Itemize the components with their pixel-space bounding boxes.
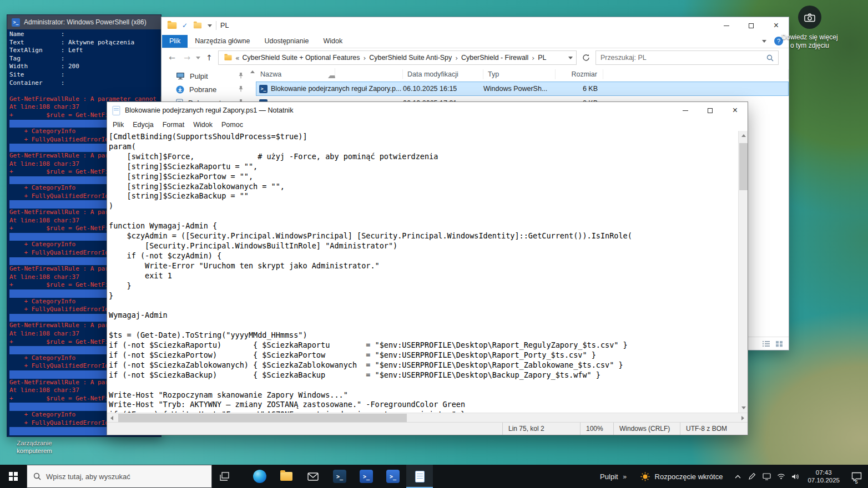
search-icon[interactable] [766,54,774,62]
file-type: Windows PowerSh... [483,85,556,93]
action-center-button[interactable]: 5 [845,472,868,481]
scroll-right-icon[interactable] [738,413,748,423]
taskbar: Wpisz tutaj, aby wyszukać >_ >_ >_ Pulpi… [0,465,868,488]
menu-pomoc[interactable]: Pomoc [217,120,248,130]
news-weather-widget[interactable]: Rozpoczęcie wkrótce [633,472,731,481]
spotlight-caption-line2: o tym zdjęciu [790,42,829,49]
network-tray-icon[interactable] [774,473,788,480]
breadcrumb-overflow[interactable]: « [235,54,240,62]
refresh-button[interactable] [579,54,593,62]
file-size: 6 KB [556,85,603,93]
sort-ascending-icon [328,68,335,78]
column-header-data-modyfikacji[interactable]: Data modyfikacji [403,69,483,79]
display-tray-icon[interactable] [759,473,774,480]
spotlight-widget[interactable]: Dowiedz się więcej o tym zdjęciu [774,6,846,50]
zoom-level: 100% [580,423,613,435]
vertical-scrollbar[interactable] [738,131,748,413]
folder-icon [280,472,292,481]
back-button[interactable]: ← [166,53,178,62]
powershell-window-title: Administrator: Windows PowerShell (x86) [24,18,147,26]
start-button[interactable] [0,465,27,488]
large-icons-view-button[interactable] [774,339,784,348]
scroll-up-icon[interactable] [739,131,748,140]
address-dropdown-chevron-icon[interactable] [568,57,573,59]
breadcrumb-item[interactable]: CyberShield - Firewall [460,54,530,62]
scroll-down-icon[interactable] [739,403,748,413]
taskbar-mail-button[interactable] [300,465,326,488]
breadcrumb-separator-icon: › [455,54,458,62]
minimize-button[interactable] [714,17,739,34]
menu-format[interactable]: Format [158,120,189,130]
sidebar-item-pulpit[interactable]: Pulpit [162,69,249,83]
breadcrumb-item[interactable]: CyberShield Suite Anti-Spy [367,54,453,62]
tab-narzedzia-glowne[interactable]: Narzędzia główne [188,35,257,48]
column-header-rozmiar[interactable]: Rozmiar [556,69,603,79]
recent-locations-chevron-icon[interactable] [196,57,200,59]
pen-tray-icon[interactable] [745,472,759,480]
maximize-button[interactable] [739,17,764,34]
spotlight-caption: Dowiedz się więcej o tym zdjęciu [774,33,846,50]
sidebar-item-pobrane[interactable]: Pobrane [162,83,249,96]
pulpit-toolbar[interactable]: Pulpit » [594,472,633,481]
camera-icon[interactable] [798,6,821,29]
desktop-icon [176,72,185,80]
maximize-button[interactable] [698,102,723,119]
quick-access-customize-chevron-icon[interactable] [208,24,212,27]
notepad-icon [113,106,120,115]
taskbar-notepad-button[interactable] [406,465,433,488]
menu-plik[interactable]: Plik [108,120,128,130]
taskbar-powershell-button-1[interactable]: >_ [326,465,353,488]
tab-plik[interactable]: Plik [162,35,188,48]
search-placeholder-text: Przeszukaj: PL [600,54,647,62]
up-button[interactable]: ↑ [203,53,215,62]
explorer-search-input[interactable]: Przeszukaj: PL [596,50,779,65]
file-list-header: Nazwa Data modyfikacji Typ Rozmiar [256,67,789,82]
menu-widok[interactable]: Widok [189,120,217,130]
taskbar-search-input[interactable]: Wpisz tutaj, aby wyszukać [27,465,212,488]
breadcrumb-item-current[interactable]: PL [536,54,548,62]
horizontal-scrollbar-thumb[interactable] [118,414,407,422]
quick-access-new-folder-icon[interactable] [194,23,201,28]
powershell-titlebar[interactable]: >_ Administrator: Windows PowerShell (x8… [7,15,161,29]
sidebar-item-label: Pulpit [190,72,208,80]
shortcut-label-line2: komputerem [17,448,52,454]
expand-ribbon-chevron-icon[interactable] [762,40,766,43]
breadcrumb-item[interactable]: CyberShield Suite + Optional Features [241,54,362,62]
vertical-scrollbar-thumb[interactable] [739,143,748,190]
menu-edycja[interactable]: Edycja [128,120,158,130]
explorer-titlebar[interactable]: ✓ PL × [162,17,789,34]
column-header-typ[interactable]: Typ [483,69,556,79]
mail-icon [307,472,319,481]
tab-udostepnianie[interactable]: Udostępnianie [258,35,316,48]
line-ending-type: Windows (CRLF) [613,423,680,435]
powershell-icon: >_ [360,470,373,483]
notepad-titlebar[interactable]: Blokowanie podejrzanych reguł Zapory.ps1… [107,102,748,119]
volume-tray-icon[interactable] [788,473,803,480]
task-view-button[interactable] [212,465,239,488]
tab-widok[interactable]: Widok [316,35,350,48]
horizontal-scrollbar[interactable] [107,413,748,422]
show-hidden-icons-chevron[interactable] [730,475,745,479]
taskbar-powershell-button-2[interactable]: >_ [353,465,380,488]
scroll-left-icon[interactable] [107,413,117,423]
notepad-text-area[interactable]: [CmdletBinding(SupportsShouldProcess=$tr… [107,131,738,413]
ribbon-tab-bar: Plik Narzędzia główne Udostępnianie Wido… [162,34,789,48]
quick-access-properties-icon[interactable]: ✓ [182,22,188,29]
console-line: Text : Aktywne połączenia [9,39,161,47]
notepad-icon [415,471,425,482]
taskbar-clock[interactable]: 07:43 07.10.2025 [803,469,845,484]
file-name: Blokowanie podejrzanych reguł Zapory.p..… [271,85,401,93]
toolbar-overflow-chevron-icon[interactable]: » [623,472,627,481]
details-view-button[interactable] [761,339,771,348]
minimize-button[interactable] [673,102,698,119]
forward-button[interactable]: → [181,53,193,62]
notepad-window-title: Blokowanie podejrzanych reguł Zapory.ps1… [125,106,293,114]
taskbar-edge-button[interactable] [246,465,273,488]
explorer-addressbar: ← → ↑ « CyberShield Suite + Optional Fea… [162,48,789,67]
address-bar[interactable]: « CyberShield Suite + Optional Features … [218,50,577,65]
desktop-shortcut-computer-management[interactable]: Zarządzanie komputerem [7,439,62,455]
taskbar-explorer-button[interactable] [273,465,300,488]
taskbar-powershell-button-3[interactable]: >_ [380,465,406,488]
close-button[interactable]: × [723,102,748,119]
file-row[interactable]: >_ Blokowanie podejrzanych reguł Zapory.… [256,82,789,96]
